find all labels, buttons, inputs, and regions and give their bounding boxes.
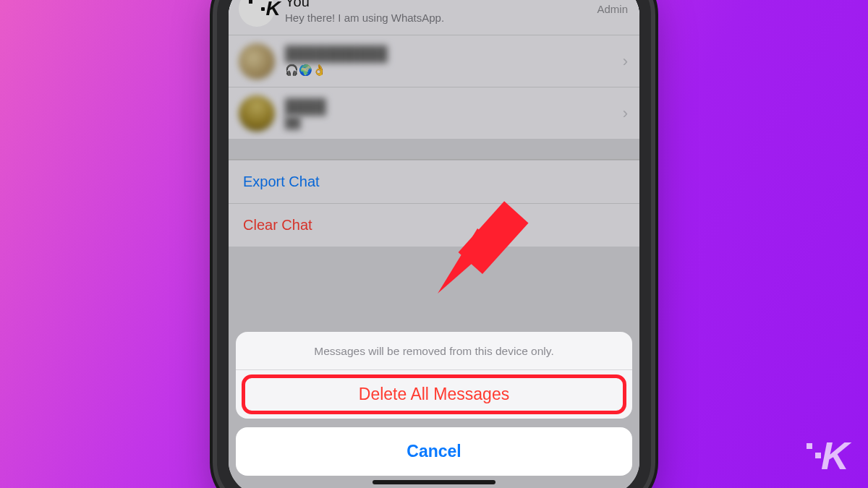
chat-actions-section: Export Chat Clear Chat (229, 159, 639, 247)
delete-button-label: Delete All Messages (359, 385, 509, 403)
participant-name: ████ (285, 98, 617, 115)
home-indicator[interactable] (373, 480, 495, 484)
participant-role: Admin (597, 3, 628, 15)
cancel-button-label: Cancel (407, 442, 461, 461)
watermark-logo: K (805, 433, 848, 478)
delete-all-messages-button[interactable]: Delete All Messages (236, 370, 632, 419)
participant-row[interactable]: ████ ██ › (229, 87, 639, 139)
chevron-right-icon: › (623, 104, 628, 123)
participant-row[interactable]: ██████████ 🎧🌍👌 › (229, 35, 639, 87)
clear-chat-row[interactable]: Clear Chat (229, 203, 639, 247)
action-sheet: Messages will be removed from this devic… (236, 332, 632, 476)
phone-frame: K You Hey there! I am using WhatsApp. Ad… (217, 0, 651, 488)
cancel-button[interactable]: Cancel (236, 427, 632, 476)
participant-name: You (285, 0, 591, 10)
chevron-right-icon: › (623, 52, 628, 71)
avatar (239, 95, 275, 132)
phone-screen: K You Hey there! I am using WhatsApp. Ad… (229, 0, 639, 488)
participant-status: ██ (285, 116, 617, 129)
participant-status: Hey there! I am using WhatsApp. (285, 12, 591, 24)
participant-name: ██████████ (285, 46, 617, 62)
avatar-you: K (239, 0, 275, 27)
participant-row-you[interactable]: K You Hey there! I am using WhatsApp. Ad… (229, 0, 639, 35)
sheet-message: Messages will be removed from this devic… (236, 332, 632, 370)
export-chat-row[interactable]: Export Chat (229, 160, 639, 203)
participants-section: K You Hey there! I am using WhatsApp. Ad… (229, 0, 639, 139)
participant-status: 🎧🌍👌 (285, 64, 617, 77)
avatar (239, 43, 275, 80)
